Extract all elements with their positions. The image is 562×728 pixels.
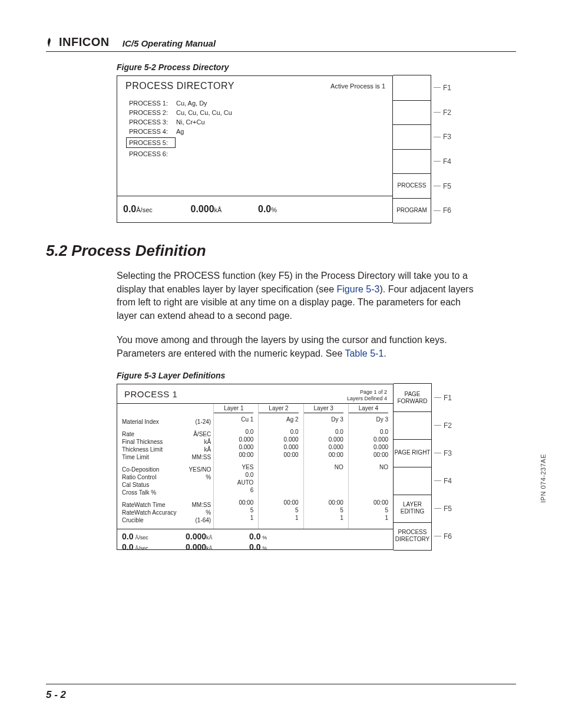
param-value: NO bbox=[304, 463, 343, 471]
figure-5-3: PROCESS 1 Page 1 of 2Layers Defined 4 Ma… bbox=[117, 384, 516, 550]
param-label: Thickness Limit bbox=[122, 446, 187, 453]
param-value: 00:00 bbox=[304, 451, 343, 459]
param-value: 0.0 bbox=[349, 428, 388, 436]
screen-title: PROCESS 1 bbox=[124, 389, 177, 403]
param-unit: MM:SS bbox=[187, 501, 211, 509]
f2-label: F2 bbox=[443, 108, 451, 117]
figure-5-3-caption: Figure 5-3 Layer Definitions bbox=[117, 371, 516, 380]
f5-process-button[interactable]: PROCESS bbox=[393, 173, 431, 199]
param-value: 0.0 bbox=[214, 428, 253, 436]
param-unit bbox=[187, 489, 211, 496]
process-row: PROCESS 2:Cu, Cu, Cu, Cu, Cu bbox=[129, 109, 385, 116]
param-value: 0.0 bbox=[304, 428, 343, 436]
logo-icon bbox=[46, 37, 57, 48]
param-value: 00:00 bbox=[259, 499, 298, 506]
param-value: 0.000 bbox=[349, 443, 388, 451]
layer-definitions-screen: PROCESS 1 Page 1 of 2Layers Defined 4 Ma… bbox=[117, 384, 394, 550]
param-value: 1 bbox=[259, 514, 298, 522]
param-value: 0.000 bbox=[304, 443, 343, 451]
param-value: 5 bbox=[259, 506, 298, 514]
f3-label: F3 bbox=[443, 133, 451, 141]
param-unit bbox=[187, 481, 211, 489]
screen-title: PROCESS DIRECTORY bbox=[125, 81, 234, 91]
figure-5-2-caption: Figure 5-2 Process Directory bbox=[117, 62, 516, 72]
param-unit: MM:SS bbox=[187, 453, 211, 461]
param-value: 0.000 bbox=[259, 436, 298, 443]
f2-button[interactable] bbox=[394, 411, 432, 440]
f1-page-forward-button[interactable]: PAGE FORWARD bbox=[394, 383, 432, 412]
f2-label: F2 bbox=[444, 421, 452, 430]
param-value: 00:00 bbox=[349, 499, 388, 506]
param-label: Rate bbox=[122, 430, 187, 438]
f6-program-button[interactable]: PROGRAM bbox=[393, 198, 431, 223]
param-value bbox=[259, 486, 298, 494]
param-unit: kÅ bbox=[187, 446, 211, 453]
param-value bbox=[349, 479, 388, 486]
rate-readout-1: 0.0 Å/sec bbox=[122, 532, 148, 541]
param-label: Time Limit bbox=[122, 453, 187, 461]
f6-label: F6 bbox=[443, 206, 451, 215]
f3-page-right-button[interactable]: PAGE RIGHT bbox=[394, 439, 432, 467]
brand-logo: INFICON bbox=[46, 35, 110, 49]
f1-label: F1 bbox=[443, 84, 451, 92]
param-value: Ag 2 bbox=[259, 416, 298, 423]
param-value bbox=[349, 486, 388, 494]
param-label: Cross Talk % bbox=[122, 489, 187, 496]
f3-button[interactable] bbox=[393, 124, 431, 150]
ipn-label: IPN 074-237AE bbox=[540, 454, 547, 503]
param-value: 0.000 bbox=[304, 436, 343, 443]
xref-figure-5-3[interactable]: Figure 5-3 bbox=[337, 284, 380, 294]
param-value bbox=[304, 471, 343, 479]
process-row: PROCESS 4:Ag bbox=[129, 128, 385, 135]
f2-button[interactable] bbox=[393, 100, 431, 125]
process-directory-screen: PROCESS DIRECTORY Active Process is 1 PR… bbox=[117, 75, 393, 223]
layer-column-header: Layer 3 bbox=[304, 404, 343, 413]
param-unit: % bbox=[187, 509, 211, 516]
f4-button[interactable] bbox=[394, 467, 432, 495]
manual-title: IC/5 Operating Manual bbox=[123, 38, 216, 49]
layer-column-header: Layer 2 bbox=[259, 404, 298, 413]
percent-readout-1: 0.0 % bbox=[249, 532, 267, 541]
param-label: Final Thickness bbox=[122, 438, 187, 446]
f5-layer-editing-button[interactable]: LAYER EDITING bbox=[394, 495, 432, 523]
f6-process-directory-button[interactable]: PROCESS DIRECTORY bbox=[394, 522, 432, 551]
param-value: Dy 3 bbox=[304, 416, 343, 423]
param-value: AUTO bbox=[214, 479, 253, 486]
f4-label: F4 bbox=[444, 477, 452, 485]
page-number: 5 - 2 bbox=[46, 689, 66, 700]
status-bar: 0.0Å/sec 0.000kÅ 0.0% bbox=[117, 196, 392, 222]
thickness-readout-1: 0.000kÅ bbox=[186, 532, 213, 541]
function-key-column: PAGE FORWARDF1 F2 PAGE RIGHTF3 F4 LAYER … bbox=[394, 384, 452, 550]
param-value: 0.0 bbox=[214, 471, 253, 479]
status-bar: 0.0 Å/sec 0.0 Å/sec 0.000kÅ 0.000kÅ 0.0 … bbox=[117, 529, 393, 549]
param-value: 0.000 bbox=[349, 436, 388, 443]
param-value bbox=[259, 479, 298, 486]
param-value: 0.000 bbox=[214, 436, 253, 443]
layer-column-header: Layer 4 bbox=[349, 404, 388, 413]
active-process-label: Active Process is 1 bbox=[330, 83, 385, 90]
f3-label: F3 bbox=[444, 449, 452, 457]
rate-readout-2: 0.0 Å/sec bbox=[122, 542, 148, 552]
f4-button[interactable] bbox=[393, 149, 431, 174]
f5-label: F5 bbox=[443, 182, 451, 190]
param-label: RateWatch Time bbox=[122, 501, 187, 509]
rate-readout: 0.0Å/sec bbox=[117, 204, 185, 215]
param-value: NO bbox=[349, 463, 388, 471]
param-value bbox=[259, 471, 298, 479]
param-unit: (1-24) bbox=[187, 418, 211, 426]
process-row-selected: PROCESS 5: bbox=[129, 137, 385, 148]
f1-button[interactable] bbox=[393, 75, 431, 101]
function-key-column: F1 F2 F3 F4 PROCESSF5 PROGRAMF6 bbox=[393, 75, 452, 223]
section-heading: 5.2 Process Definition bbox=[46, 242, 516, 260]
param-value: 5 bbox=[214, 506, 253, 514]
body-text: Selecting the PROCESS function (key F5) … bbox=[117, 269, 482, 360]
xref-table-5-1[interactable]: Table 5-1 bbox=[345, 348, 384, 358]
param-value: 0.000 bbox=[214, 443, 253, 451]
param-value: 5 bbox=[349, 506, 388, 514]
param-label: Ratio Control bbox=[122, 473, 187, 481]
param-value: 00:00 bbox=[214, 451, 253, 459]
param-value: 0.0 bbox=[259, 428, 298, 436]
param-value bbox=[349, 471, 388, 479]
param-value bbox=[259, 463, 298, 471]
param-unit: kÅ bbox=[187, 438, 211, 446]
